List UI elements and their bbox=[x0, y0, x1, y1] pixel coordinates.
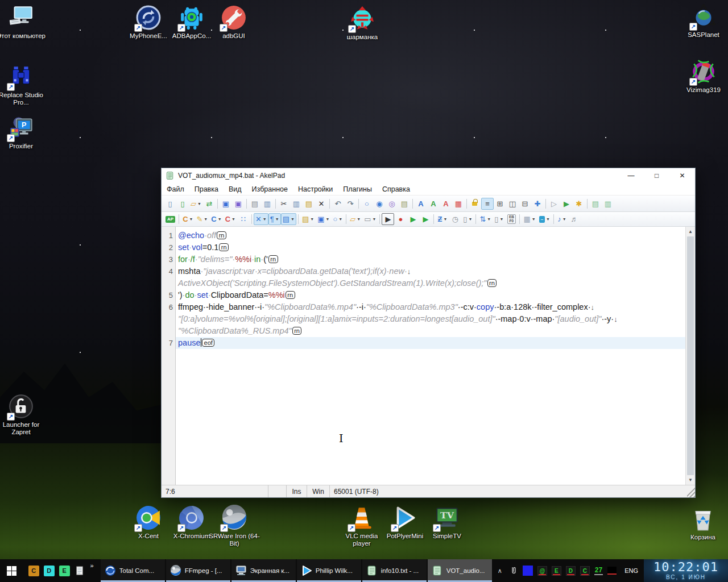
desktop-icon-vizimag[interactable]: ↗ Vizimag319 bbox=[678, 59, 728, 94]
word-wrap-button[interactable]: ≡ bbox=[481, 198, 494, 210]
minimize-to-tray-button[interactable]: –▼ bbox=[537, 213, 552, 225]
print-button[interactable]: ▤ bbox=[249, 198, 261, 210]
minimize-button[interactable]: — bbox=[618, 168, 644, 183]
start-button[interactable] bbox=[0, 559, 24, 582]
dropdown-arrow-icon[interactable]: ▼ bbox=[310, 217, 314, 221]
recent-files-button[interactable]: ◷ bbox=[449, 213, 461, 225]
code-line-6[interactable]: ffmpeg·-hide_banner·-i·"%ClipboardData%.… bbox=[176, 301, 685, 313]
drive-monitor-icon-D[interactable]: D bbox=[566, 566, 576, 576]
desktop-icon-proxifier[interactable]: P↗ Proxifier bbox=[0, 115, 47, 150]
scroll-up-arrow[interactable]: ▲ bbox=[686, 227, 695, 236]
clipboard-plugin-button[interactable]: ▤▼ bbox=[300, 213, 316, 225]
dropdown-arrow-icon[interactable]: ▼ bbox=[263, 217, 267, 221]
find-in-files-button[interactable]: ◎ bbox=[386, 198, 398, 210]
akelpad-logo-button[interactable]: AP bbox=[164, 213, 177, 225]
menu-Файл[interactable]: Файл bbox=[162, 184, 189, 194]
dropdown-arrow-icon[interactable]: ▼ bbox=[532, 217, 536, 221]
sort-lines-button[interactable]: ⇅▼ bbox=[478, 213, 493, 225]
new-file-button[interactable]: ▯ bbox=[164, 198, 176, 210]
dropdown-arrow-icon[interactable]: ▼ bbox=[326, 217, 330, 221]
menu-Настройки[interactable]: Настройки bbox=[293, 184, 338, 194]
taskbar-button-Phillip Wilk...[interactable]: Phillip Wilk... bbox=[297, 559, 361, 582]
scripts-menu-button[interactable]: Ƶ▼ bbox=[436, 213, 449, 225]
show-paragraph-marks-button[interactable]: ¶▼ bbox=[268, 213, 281, 225]
favorites-folder-button[interactable]: ▱▼ bbox=[348, 213, 362, 225]
menu-Правка[interactable]: Правка bbox=[189, 184, 224, 194]
menu-Справка[interactable]: Справка bbox=[377, 184, 415, 194]
desktop-icon-this-pc[interactable]: Этот компьютер bbox=[0, 5, 47, 40]
desktop-icon-simpletv[interactable]: TV↗ SimpleTV bbox=[421, 505, 473, 540]
code-line-2[interactable]: set·vol=0.1rn bbox=[176, 242, 685, 253]
blue-square-tray-icon[interactable] bbox=[523, 566, 533, 576]
desktop-icon-recycle[interactable]: Корзина bbox=[677, 506, 728, 541]
resize-grip[interactable] bbox=[687, 485, 695, 497]
delete-button[interactable]: ✕ bbox=[315, 198, 328, 210]
code-line-3[interactable]: for·/f·"delims="·%%i·in·('rn bbox=[176, 253, 685, 265]
dropdown-arrow-icon[interactable]: ▼ bbox=[487, 217, 491, 221]
desktop-icon-sharmanka[interactable]: ↗ шарманка bbox=[337, 6, 388, 41]
paperclip-tray-icon[interactable] bbox=[509, 566, 518, 575]
dropdown-arrow-icon[interactable]: ▼ bbox=[291, 217, 295, 221]
quicklaunch-drive-d[interactable]: D bbox=[44, 566, 55, 576]
scroll-sync-button[interactable]: ▯▼ bbox=[493, 213, 505, 225]
tray-expand-chevron-icon[interactable]: ∧ bbox=[493, 567, 507, 575]
desktop-icon-adbgui[interactable]: ↗ adbGUI bbox=[208, 5, 259, 40]
split-window-horizontal-button[interactable]: ⊟ bbox=[519, 198, 531, 210]
menu-Вид[interactable]: Вид bbox=[224, 184, 247, 194]
code-line-wrap[interactable]: "%ClipboardData%_RUS.mp4"rn bbox=[176, 325, 685, 337]
replace-button[interactable]: ◉ bbox=[373, 198, 386, 210]
dropdown-arrow-icon[interactable]: ▼ bbox=[275, 217, 279, 221]
vertical-scrollbar[interactable]: ▲ ▼ bbox=[685, 227, 695, 485]
cut-button[interactable]: ✂ bbox=[278, 198, 290, 210]
code-line-5[interactable]: ')·do·set·ClipboardData=%%irn bbox=[176, 289, 685, 301]
quick-search-box-button[interactable]: ▭▼ bbox=[362, 213, 378, 225]
taskbar-button-VOT_audio...[interactable]: VOT_audio... bbox=[428, 559, 492, 582]
dropdown-arrow-icon[interactable]: ▼ bbox=[338, 217, 342, 221]
code-line-wrap[interactable]: "[0:a]volume=%vol%[original];[original][… bbox=[176, 313, 685, 325]
run-file-button[interactable]: ▶ bbox=[419, 213, 432, 225]
reopen-file-button[interactable]: ⇄ bbox=[203, 198, 216, 210]
dropdown-arrow-icon[interactable]: ▼ bbox=[499, 217, 503, 221]
paste-history-button[interactable]: ▤ bbox=[398, 198, 411, 210]
quicklaunch-notes-doc[interactable] bbox=[75, 566, 85, 576]
dropdown-arrow-icon[interactable]: ▼ bbox=[546, 217, 550, 221]
drive-monitor-icon-@[interactable]: @ bbox=[537, 566, 547, 576]
quicklaunch-drive-e[interactable]: E bbox=[59, 566, 70, 576]
new-window-button[interactable]: ▯ bbox=[176, 198, 189, 210]
show-line-panel-button[interactable]: ▤▼ bbox=[281, 213, 296, 225]
print-preview-button[interactable]: ▥ bbox=[261, 198, 274, 210]
text-editor[interactable]: 1234567 @echo·offrnset·vol=0.1rnfor·/f·"… bbox=[162, 227, 695, 485]
title-bar[interactable]: VOT_audiomux_mp4.bat - AkelPad — □ ✕ bbox=[162, 168, 695, 183]
save-button[interactable]: ▣ bbox=[220, 198, 232, 210]
dropdown-arrow-icon[interactable]: ▼ bbox=[562, 217, 566, 221]
code-area[interactable]: @echo·offrnset·vol=0.1rnfor·/f·"delims="… bbox=[176, 227, 685, 485]
run-script-button[interactable]: ▶ bbox=[560, 198, 573, 210]
maximize-button[interactable]: □ bbox=[644, 168, 669, 183]
play-macro-button[interactable]: ▶ bbox=[407, 213, 419, 225]
auto-save-button[interactable]: ▣▼ bbox=[316, 213, 331, 225]
scrollbar-thumb[interactable] bbox=[687, 236, 694, 475]
speaker-button[interactable]: ♬ bbox=[568, 213, 581, 225]
coder-settings-button[interactable]: C▼ bbox=[181, 213, 195, 225]
menu-Плагины[interactable]: Плагины bbox=[338, 184, 377, 194]
taskbar-button-Экранная к...[interactable]: Экранная к... bbox=[231, 559, 296, 582]
dropdown-arrow-icon[interactable]: ▼ bbox=[218, 217, 222, 221]
quicklaunch-drive-c[interactable]: C bbox=[28, 566, 39, 576]
zoom-view-button[interactable]: ○▼ bbox=[332, 213, 345, 225]
templates-button[interactable]: ▯▼ bbox=[461, 213, 474, 225]
desktop-icon-srware[interactable]: ↗ SRWare Iron (64-Bit) bbox=[209, 505, 260, 547]
execute-button[interactable]: ▷ bbox=[548, 198, 560, 210]
language-indicator[interactable]: ENG bbox=[619, 567, 644, 574]
code-line-4[interactable]: mshta·"javascript:var·x=clipboardData.ge… bbox=[176, 265, 685, 277]
split-window-4-button[interactable]: ⊞ bbox=[494, 198, 506, 210]
font-larger-button[interactable]: A bbox=[427, 198, 440, 210]
taskbar-button-info10.txt - ...[interactable]: info10.txt - ... bbox=[362, 559, 427, 582]
colors-button[interactable]: ▦ bbox=[452, 198, 465, 210]
code-line-7[interactable]: pauseeof bbox=[176, 337, 685, 349]
menu-Избранное[interactable]: Избранное bbox=[247, 184, 293, 194]
notepad-alt-button[interactable]: ▥ bbox=[602, 198, 614, 210]
undo-button[interactable]: ↶ bbox=[332, 198, 344, 210]
code-fold-button[interactable]: C▼ bbox=[209, 213, 223, 225]
show-whitespace-button[interactable]: ✕▼ bbox=[254, 213, 268, 225]
scroll-down-arrow[interactable]: ▼ bbox=[686, 475, 695, 485]
